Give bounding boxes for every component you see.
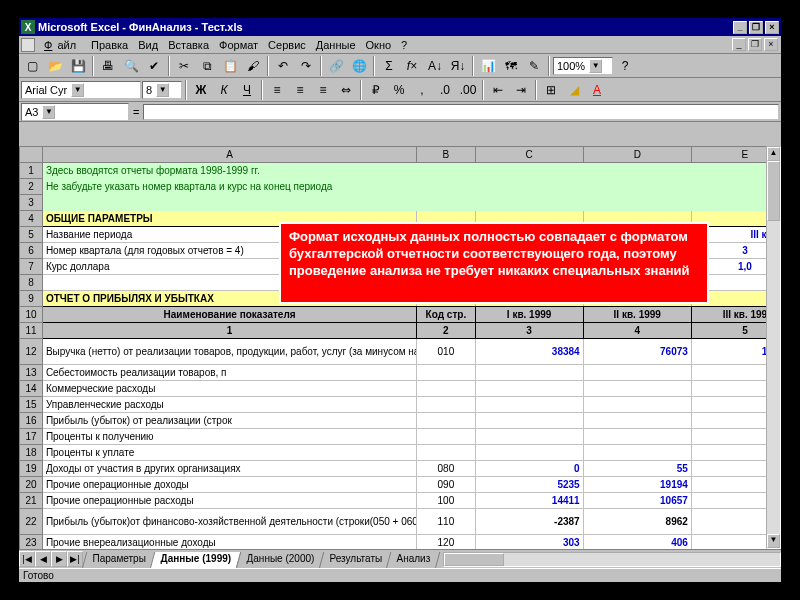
doc-close-button[interactable]: ×: [764, 38, 778, 51]
align-right-icon[interactable]: ≡: [312, 79, 334, 100]
cell[interactable]: [583, 195, 691, 211]
scroll-down-icon[interactable]: ▼: [767, 534, 780, 548]
cell[interactable]: [417, 365, 475, 381]
cell[interactable]: 010: [417, 339, 475, 365]
cell[interactable]: Проценты к получению: [42, 429, 416, 445]
minimize-button[interactable]: _: [733, 21, 747, 34]
cell[interactable]: [583, 163, 691, 179]
tab-prev-icon[interactable]: ◀: [35, 551, 51, 567]
cell[interactable]: 8962: [583, 509, 691, 535]
column-header[interactable]: A: [42, 147, 416, 163]
font-combo[interactable]: Arial Cyr▼: [21, 81, 141, 99]
cell[interactable]: [475, 413, 583, 429]
close-button[interactable]: ×: [765, 21, 779, 34]
row-header[interactable]: 8: [20, 275, 43, 291]
new-icon[interactable]: ▢: [21, 55, 43, 76]
chevron-down-icon[interactable]: ▼: [42, 105, 55, 119]
menu-view[interactable]: Вид: [133, 37, 163, 53]
sheet-tab[interactable]: Данные (2000): [236, 552, 324, 569]
tab-next-icon[interactable]: ▶: [51, 551, 67, 567]
vertical-scrollbar[interactable]: ▲ ▼: [766, 146, 781, 549]
currency-icon[interactable]: ₽: [365, 79, 387, 100]
fontsize-combo[interactable]: 8▼: [142, 81, 182, 99]
save-icon[interactable]: 💾: [67, 55, 89, 76]
cell[interactable]: Прочие операционные доходы: [42, 477, 416, 493]
preview-icon[interactable]: 🔍: [120, 55, 142, 76]
cell[interactable]: [417, 429, 475, 445]
row-header[interactable]: 15: [20, 397, 43, 413]
font-color-icon[interactable]: A: [586, 79, 608, 100]
zoom-combo[interactable]: 100%▼: [553, 57, 613, 75]
row-header[interactable]: 17: [20, 429, 43, 445]
cell[interactable]: Проценты к уплате: [42, 445, 416, 461]
cell[interactable]: 55: [583, 461, 691, 477]
sort-asc-icon[interactable]: A↓: [424, 55, 446, 76]
fill-color-icon[interactable]: ◢: [563, 79, 585, 100]
cell[interactable]: [583, 365, 691, 381]
chevron-down-icon[interactable]: ▼: [589, 59, 602, 73]
row-header[interactable]: 14: [20, 381, 43, 397]
menu-format[interactable]: Формат: [214, 37, 263, 53]
copy-icon[interactable]: ⧉: [196, 55, 218, 76]
cell[interactable]: [475, 397, 583, 413]
cell[interactable]: 38384: [475, 339, 583, 365]
cut-icon[interactable]: ✂: [173, 55, 195, 76]
row-header[interactable]: 22: [20, 509, 43, 535]
cell[interactable]: 120: [417, 535, 475, 550]
cell[interactable]: Себестоимость реализации товаров, п: [42, 365, 416, 381]
italic-icon[interactable]: К: [213, 79, 235, 100]
maximize-button[interactable]: ❐: [749, 21, 763, 34]
row-header[interactable]: 2: [20, 179, 43, 195]
cell[interactable]: [583, 445, 691, 461]
menu-window[interactable]: Окно: [361, 37, 397, 53]
cell[interactable]: 19194: [583, 477, 691, 493]
cell[interactable]: Прочие операционные расходы: [42, 493, 416, 509]
row-header[interactable]: 12: [20, 339, 43, 365]
percent-icon[interactable]: %: [388, 79, 410, 100]
cell[interactable]: [475, 163, 583, 179]
cell[interactable]: 406: [583, 535, 691, 550]
cell[interactable]: 14411: [475, 493, 583, 509]
cell[interactable]: I кв. 1999: [475, 307, 583, 323]
column-header[interactable]: B: [417, 147, 475, 163]
cell[interactable]: [583, 397, 691, 413]
doc-minimize-button[interactable]: _: [732, 38, 746, 51]
merge-center-icon[interactable]: ⇔: [335, 79, 357, 100]
cell[interactable]: [475, 429, 583, 445]
increase-decimal-icon[interactable]: .0: [434, 79, 456, 100]
cell[interactable]: [417, 163, 475, 179]
row-header[interactable]: 23: [20, 535, 43, 550]
format-painter-icon[interactable]: 🖌: [242, 55, 264, 76]
sheet-tab[interactable]: Параметры: [82, 552, 156, 569]
cell[interactable]: Управленческие расходы: [42, 397, 416, 413]
menu-edit[interactable]: Правка: [86, 37, 133, 53]
cell[interactable]: Прибыль (убыток)от финансово-хозяйственн…: [42, 509, 416, 535]
cell[interactable]: [475, 195, 583, 211]
row-header[interactable]: 21: [20, 493, 43, 509]
drawing-icon[interactable]: ✎: [523, 55, 545, 76]
chevron-down-icon[interactable]: ▼: [156, 83, 169, 97]
scroll-thumb[interactable]: [767, 161, 780, 221]
paste-icon[interactable]: 📋: [219, 55, 241, 76]
row-header[interactable]: 16: [20, 413, 43, 429]
cell[interactable]: [417, 179, 475, 195]
cell[interactable]: 100: [417, 493, 475, 509]
cell[interactable]: [417, 381, 475, 397]
cell[interactable]: [475, 179, 583, 195]
cell[interactable]: 2: [417, 323, 475, 339]
row-header[interactable]: 3: [20, 195, 43, 211]
row-header[interactable]: 11: [20, 323, 43, 339]
cell[interactable]: 1: [42, 323, 416, 339]
cell[interactable]: Прибыль (убыток) от реализации (строк: [42, 413, 416, 429]
cell[interactable]: 110: [417, 509, 475, 535]
spellcheck-icon[interactable]: ✔: [143, 55, 165, 76]
cell[interactable]: -2387: [475, 509, 583, 535]
doc-restore-button[interactable]: ❐: [748, 38, 762, 51]
row-header[interactable]: 1: [20, 163, 43, 179]
undo-icon[interactable]: ↶: [272, 55, 294, 76]
cell[interactable]: Код стр.: [417, 307, 475, 323]
row-header[interactable]: 10: [20, 307, 43, 323]
cell[interactable]: II кв. 1999: [583, 307, 691, 323]
cell[interactable]: 3: [475, 323, 583, 339]
row-header[interactable]: 7: [20, 259, 43, 275]
